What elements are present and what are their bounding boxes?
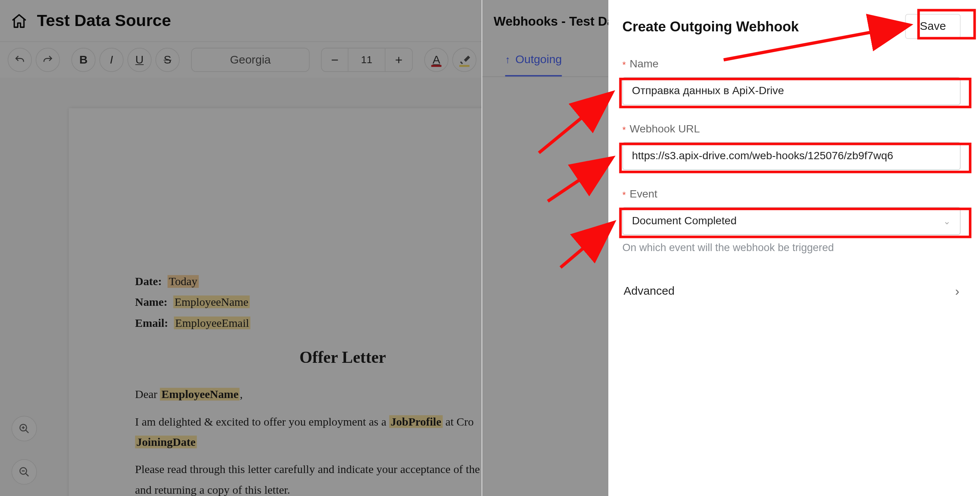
event-select[interactable]: Document Completed ⌄ bbox=[622, 207, 961, 235]
create-webhook-panel: Create Outgoing Webhook Save *Name *Webh… bbox=[608, 0, 980, 496]
name-label: *Name bbox=[622, 58, 961, 70]
event-help-text: On which event will the webhook be trigg… bbox=[622, 241, 961, 254]
save-button[interactable]: Save bbox=[905, 14, 960, 39]
webhook-name-input[interactable] bbox=[622, 77, 961, 105]
webhook-url-input[interactable] bbox=[622, 142, 961, 170]
event-label: *Event bbox=[622, 188, 961, 201]
url-label: *Webhook URL bbox=[622, 123, 961, 135]
chevron-right-icon: › bbox=[955, 284, 959, 299]
chevron-down-icon: ⌄ bbox=[943, 216, 951, 226]
advanced-section-toggle[interactable]: Advanced › bbox=[622, 271, 961, 312]
create-webhook-title: Create Outgoing Webhook bbox=[622, 18, 799, 34]
webhooks-side-panel: Webhooks - Test Da ↑ Outgoing bbox=[482, 0, 609, 496]
